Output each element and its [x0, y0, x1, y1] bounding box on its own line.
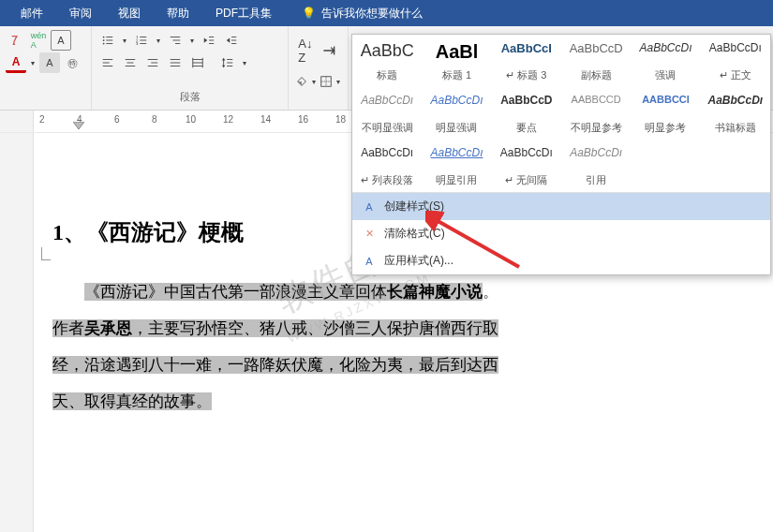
style-cell[interactable]: AaBbCcDı强调	[631, 35, 700, 87]
dropdown-arrow-icon[interactable]: ▾	[154, 30, 163, 51]
menu-pdf-tools[interactable]: PDF工具集	[202, 0, 285, 26]
style-cell[interactable]: AaBbCcDı明显强调	[422, 87, 491, 140]
show-marks-button[interactable]	[317, 30, 342, 71]
shading-button[interactable]	[294, 71, 308, 92]
style-name-label: ↵ 标题 3	[497, 68, 557, 82]
clear-format-button[interactable]	[6, 30, 26, 51]
phonetic-button[interactable]: wénA	[28, 30, 49, 51]
tell-me-label: 告诉我你想要做什么	[321, 6, 423, 22]
selected-text: 作者	[52, 319, 84, 337]
dropdown-arrow-icon[interactable]: ▾	[335, 71, 342, 92]
style-name-label: 副标题	[566, 68, 626, 82]
distributed-align-button[interactable]	[187, 52, 208, 73]
style-cell[interactable]: AaBbCcDı引用	[561, 140, 631, 192]
dropdown-arrow-icon[interactable]: ▾	[240, 52, 249, 73]
menu-review[interactable]: 审阅	[56, 0, 105, 26]
sort-button[interactable]: A↓Z	[294, 30, 317, 71]
menu-view[interactable]: 视图	[105, 0, 154, 26]
style-name-label: 明显引用	[426, 173, 486, 187]
style-cell[interactable]: AaBbCcI↵ 标题 3	[492, 35, 561, 87]
line-spacing-button[interactable]	[217, 52, 238, 73]
dropdown-arrow-icon[interactable]: ▾	[187, 30, 197, 51]
char-border-button[interactable]: A	[51, 30, 71, 51]
style-cell[interactable]: AaBbCcDı↵ 正文	[701, 35, 770, 87]
decrease-indent-button[interactable]	[199, 30, 219, 51]
style-preview: AaBbCcD	[497, 94, 557, 107]
increase-indent-button[interactable]	[221, 30, 242, 51]
style-preview: AaBbCcI	[497, 41, 557, 55]
selected-text: 《西游记》中国古代第一部浪漫主义章回体	[84, 283, 387, 301]
action-label: 应用样式(A)...	[384, 253, 453, 269]
style-name-label: 引用	[566, 173, 626, 187]
ribbon-group-paragraph: ▾ 123 ▾ ▾ ▾ 段落	[92, 26, 289, 110]
ruler-mark: 10	[186, 114, 196, 125]
styles-grid: AaBbC标题AaBl标题 1AaBbCcI↵ 标题 3AaBbCcD副标题Aa…	[352, 35, 770, 192]
selected-text: ，主要写孙悟空、猪八戒、沙僧三人保护唐僧西行取	[132, 319, 498, 337]
style-cell[interactable]: AaBbCcDı↵ 无间隔	[492, 140, 561, 192]
numbering-button[interactable]: 123	[131, 30, 152, 51]
style-name-label: 不明显强调	[357, 121, 417, 135]
page-corner-marker	[41, 247, 51, 260]
action-label: 创建样式(S)	[384, 199, 444, 214]
style-cell[interactable]: AaBbCcD副标题	[561, 35, 631, 87]
style-name-label: 标题 1	[426, 68, 486, 82]
dropdown-arrow-icon[interactable]: ▾	[310, 71, 317, 92]
style-preview: AaBbCcDı	[497, 146, 557, 159]
style-cell[interactable]: AaBbCcDı明显引用	[422, 140, 491, 192]
multilevel-list-button[interactable]	[165, 30, 186, 51]
style-cell[interactable]: AaBbCcDı↵ 列表段落	[352, 140, 422, 192]
style-cell[interactable]: AABBCCI明显参考	[631, 87, 700, 140]
bullets-button[interactable]	[97, 30, 118, 51]
action-label: 清除格式(C)	[384, 226, 445, 242]
align-left-button[interactable]	[97, 52, 118, 73]
style-name-label: 明显参考	[635, 121, 695, 135]
menu-mail[interactable]: 邮件	[7, 0, 56, 26]
dropdown-arrow-icon[interactable]: ▾	[28, 52, 37, 73]
align-justify-button[interactable]	[165, 52, 186, 73]
align-right-button[interactable]	[142, 52, 163, 73]
style-cell[interactable]: AaBbCcDı不明显强调	[352, 87, 422, 140]
align-center-button[interactable]	[120, 52, 141, 73]
style-cell[interactable]: AaBbC标题	[352, 35, 422, 87]
style-cell[interactable]: AABBCCD不明显参考	[561, 87, 631, 140]
tell-me-search[interactable]: 💡 告诉我你想要做什么	[289, 0, 436, 26]
font-color-button[interactable]: A	[6, 52, 26, 73]
style-preview: AaBbCcDı	[706, 41, 766, 54]
svg-text:3: 3	[136, 41, 139, 46]
borders-button[interactable]	[320, 71, 334, 92]
style-action-item[interactable]: A应用样式(A)...	[352, 247, 770, 274]
style-name-label: 标题	[357, 68, 417, 82]
lightbulb-icon: 💡	[302, 7, 316, 20]
style-action-item[interactable]: ✕清除格式(C)	[352, 220, 770, 247]
ruler-mark: 8	[152, 114, 157, 125]
enclose-char-button[interactable]: ㊕	[62, 52, 82, 73]
document-body: 《西游记》中国古代第一部浪漫主义章回体长篇神魔小说。 作者吴承恩，主要写孙悟空、…	[52, 273, 726, 420]
indent-marker-icon[interactable]	[73, 122, 84, 131]
selected-text-bold: 长篇神魔小说	[387, 283, 483, 301]
ruler-mark: 12	[223, 114, 233, 125]
style-preview: AaBbCcDı	[635, 41, 695, 54]
ruler-corner	[0, 111, 34, 132]
menu-help[interactable]: 帮助	[154, 0, 202, 26]
style-action-item[interactable]: A创建样式(S)	[352, 193, 770, 220]
style-name-label: ↵ 列表段落	[357, 173, 417, 187]
style-cell[interactable]: AaBbCcD要点	[492, 87, 561, 140]
ruler-mark: 18	[335, 114, 346, 125]
ruler-mark: 16	[298, 114, 308, 125]
style-preview: AaBbCcDı	[566, 146, 626, 159]
style-cell[interactable]: AaBl标题 1	[422, 35, 491, 87]
style-cell[interactable]: AaBbCcDı书籍标题	[701, 87, 770, 140]
ruler-mark: 2	[39, 114, 45, 125]
action-icon: A	[362, 254, 377, 269]
style-name-label: 不明显参考	[566, 121, 626, 135]
style-name-label: 明显强调	[426, 121, 486, 135]
vertical-ruler[interactable]	[0, 133, 34, 532]
action-icon: A	[362, 200, 377, 214]
action-icon: ✕	[362, 227, 377, 242]
style-name-label: 强调	[635, 68, 695, 82]
dropdown-arrow-icon[interactable]: ▾	[120, 30, 129, 51]
selected-text: 天、取得真经的故事。	[52, 392, 212, 410]
style-preview: AaBbCcDı	[357, 146, 417, 159]
style-preview: AaBl	[426, 41, 486, 63]
char-shading-button[interactable]: A	[39, 52, 60, 73]
